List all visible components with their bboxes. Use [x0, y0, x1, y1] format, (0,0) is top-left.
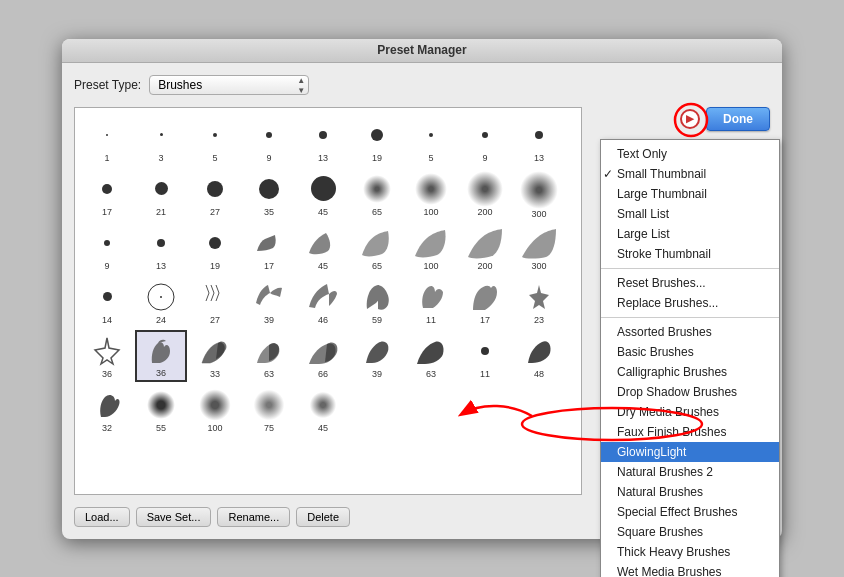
check-icon — [603, 296, 617, 310]
brush-label: 45 — [318, 261, 328, 271]
brush-icon — [255, 333, 283, 369]
menu-item-wet-media-brushes[interactable]: Wet Media Brushes — [601, 562, 779, 578]
brush-item[interactable]: 5 — [405, 114, 457, 166]
brush-item[interactable]: 24 — [135, 276, 187, 328]
brush-item[interactable]: 14 — [81, 276, 133, 328]
brush-item[interactable]: 39 — [351, 330, 403, 382]
brush-icon — [525, 279, 553, 315]
brush-item[interactable]: 9 — [459, 114, 511, 166]
menu-item-thick-heavy-brushes[interactable]: Thick Heavy Brushes — [601, 542, 779, 562]
menu-item-calligraphic-brushes[interactable]: Calligraphic Brushes — [601, 362, 779, 382]
menu-item-glowing-light[interactable]: GlowingLight — [601, 442, 779, 462]
delete-button[interactable]: Delete — [296, 507, 350, 527]
brush-item[interactable]: 13 — [513, 114, 565, 166]
brush-panel[interactable]: 1 3 5 9 13 — [74, 107, 582, 495]
brush-label: 13 — [318, 153, 328, 163]
brush-item[interactable]: 11 — [405, 276, 457, 328]
menu-item-natural-brushes-2[interactable]: Natural Brushes 2 — [601, 462, 779, 482]
check-icon — [603, 385, 617, 399]
brush-item[interactable]: 63 — [405, 330, 457, 382]
brush-item[interactable]: 23 — [513, 276, 565, 328]
brush-item[interactable]: 17 — [243, 222, 295, 274]
menu-item-drop-shadow-brushes[interactable]: Drop Shadow Brushes — [601, 382, 779, 402]
brush-item[interactable]: 36 — [81, 330, 133, 382]
brush-item[interactable]: 11 — [459, 330, 511, 382]
preset-type-select[interactable]: Brushes Swatches Gradients Styles Patter… — [149, 75, 309, 95]
brush-item[interactable]: 13 — [297, 114, 349, 166]
menu-item-dry-media-brushes[interactable]: Dry Media Brushes — [601, 402, 779, 422]
check-icon: ✓ — [603, 167, 617, 181]
check-icon — [603, 525, 617, 539]
brush-item[interactable]: 39 — [243, 276, 295, 328]
menu-item-large-thumbnail[interactable]: Large Thumbnail — [601, 184, 779, 204]
brush-label: 48 — [534, 369, 544, 379]
brush-item[interactable]: 100 — [405, 222, 457, 274]
brush-item[interactable]: 13 — [135, 222, 187, 274]
brush-item[interactable]: 45 — [297, 384, 349, 436]
brush-label: 24 — [156, 315, 166, 325]
brush-icon — [201, 279, 229, 315]
menu-item-small-list[interactable]: Small List — [601, 204, 779, 224]
brush-item[interactable]: 17 — [459, 276, 511, 328]
brush-item[interactable]: 65 — [351, 168, 403, 220]
menu-item-stroke-thumbnail[interactable]: Stroke Thumbnail — [601, 244, 779, 264]
rename-button[interactable]: Rename... — [217, 507, 290, 527]
brush-item[interactable]: 21 — [135, 168, 187, 220]
brush-item[interactable]: 59 — [351, 276, 403, 328]
brush-item[interactable]: 33 — [189, 330, 241, 382]
brush-item[interactable]: 100 — [405, 168, 457, 220]
save-set-button[interactable]: Save Set... — [136, 507, 212, 527]
brush-item[interactable]: 27 — [189, 276, 241, 328]
menu-item-faux-finish-brushes[interactable]: Faux Finish Brushes — [601, 422, 779, 442]
brush-item[interactable]: 45 — [297, 222, 349, 274]
brush-label: 5 — [212, 153, 217, 163]
brush-item[interactable]: 200 — [459, 168, 511, 220]
brush-item[interactable]: 48 — [513, 330, 565, 382]
brush-item[interactable]: 19 — [189, 222, 241, 274]
preset-select-wrapper[interactable]: Brushes Swatches Gradients Styles Patter… — [149, 75, 309, 95]
brush-item[interactable]: 63 — [243, 330, 295, 382]
brush-label: 9 — [482, 153, 487, 163]
brush-item[interactable]: 45 — [297, 168, 349, 220]
check-icon — [603, 147, 617, 161]
menu-item-special-effect-brushes[interactable]: Special Effect Brushes — [601, 502, 779, 522]
brush-item[interactable]: 3 — [135, 114, 187, 166]
brush-item[interactable]: 55 — [135, 384, 187, 436]
brush-item[interactable]: 66 — [297, 330, 349, 382]
check-icon — [603, 325, 617, 339]
preset-type-label: Preset Type: — [74, 78, 141, 92]
brush-item[interactable]: 17 — [81, 168, 133, 220]
brush-item[interactable]: 100 — [189, 384, 241, 436]
brush-item[interactable]: 300 — [513, 168, 565, 220]
menu-item-small-thumbnail[interactable]: ✓Small Thumbnail — [601, 164, 779, 184]
brush-icon — [103, 279, 112, 315]
menu-item-reset-brushes[interactable]: Reset Brushes... — [601, 273, 779, 293]
brush-icon — [362, 333, 392, 369]
options-menu-button[interactable]: ▶ — [680, 109, 700, 129]
brush-item[interactable]: 5 — [189, 114, 241, 166]
brush-item[interactable]: 9 — [243, 114, 295, 166]
brush-item[interactable]: 9 — [81, 222, 133, 274]
menu-item-assorted-brushes[interactable]: Assorted Brushes — [601, 322, 779, 342]
menu-item-large-list[interactable]: Large List — [601, 224, 779, 244]
brush-item[interactable]: 300 — [513, 222, 565, 274]
title-bar: Preset Manager — [62, 39, 782, 63]
menu-item-natural-brushes[interactable]: Natural Brushes — [601, 482, 779, 502]
brush-item[interactable]: 19 — [351, 114, 403, 166]
brush-item[interactable]: 65 — [351, 222, 403, 274]
brush-item[interactable]: 32 — [81, 384, 133, 436]
menu-item-square-brushes[interactable]: Square Brushes — [601, 522, 779, 542]
menu-item-text-only[interactable]: Text Only — [601, 144, 779, 164]
menu-item-replace-brushes[interactable]: Replace Brushes... — [601, 293, 779, 313]
brush-item[interactable]: 35 — [243, 168, 295, 220]
brush-item[interactable]: 75 — [243, 384, 295, 436]
load-button[interactable]: Load... — [74, 507, 130, 527]
brush-label: 63 — [426, 369, 436, 379]
brush-item[interactable]: 1 — [81, 114, 133, 166]
menu-item-basic-brushes[interactable]: Basic Brushes — [601, 342, 779, 362]
brush-item[interactable]: 46 — [297, 276, 349, 328]
done-button[interactable]: Done — [706, 107, 770, 131]
brush-item[interactable]: 200 — [459, 222, 511, 274]
brush-item[interactable]: 27 — [189, 168, 241, 220]
brush-item[interactable]: 36 — [135, 330, 187, 382]
